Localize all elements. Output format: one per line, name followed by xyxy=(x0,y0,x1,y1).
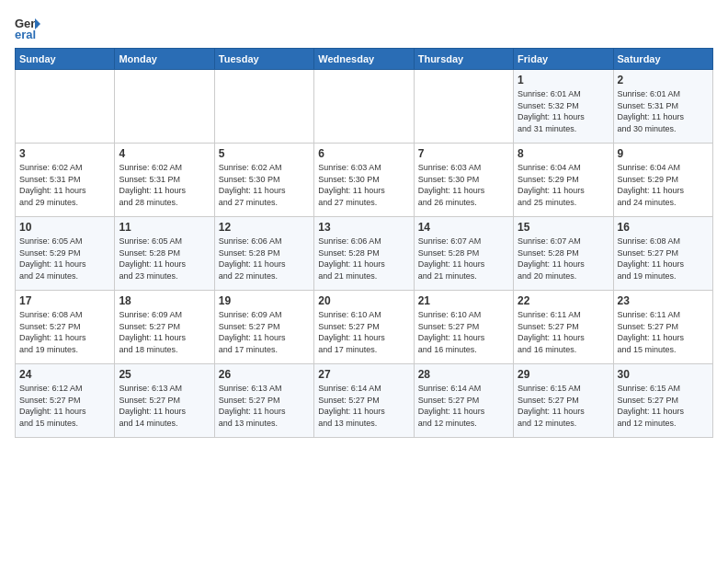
day-info: Sunrise: 6:07 AM Sunset: 5:28 PM Dayligh… xyxy=(518,236,609,282)
calendar-cell: 8Sunrise: 6:04 AM Sunset: 5:29 PM Daylig… xyxy=(514,144,613,217)
day-number: 10 xyxy=(19,221,110,234)
day-number: 22 xyxy=(518,294,609,307)
day-info: Sunrise: 6:13 AM Sunset: 5:27 PM Dayligh… xyxy=(119,383,210,429)
day-info: Sunrise: 6:15 AM Sunset: 5:27 PM Dayligh… xyxy=(618,383,709,429)
day-number: 6 xyxy=(318,147,409,160)
calendar-cell: 4Sunrise: 6:02 AM Sunset: 5:31 PM Daylig… xyxy=(115,144,214,217)
calendar-cell: 7Sunrise: 6:03 AM Sunset: 5:30 PM Daylig… xyxy=(414,144,513,217)
day-number: 16 xyxy=(618,221,709,234)
logo: Gen eral xyxy=(15,15,44,40)
day-number: 7 xyxy=(418,147,509,160)
calendar-cell xyxy=(214,70,313,144)
day-number: 8 xyxy=(518,147,609,160)
calendar-cell: 20Sunrise: 6:10 AM Sunset: 5:27 PM Dayli… xyxy=(314,291,414,364)
calendar-cell: 30Sunrise: 6:15 AM Sunset: 5:27 PM Dayli… xyxy=(613,364,712,438)
day-info: Sunrise: 6:09 AM Sunset: 5:27 PM Dayligh… xyxy=(119,309,210,355)
day-number: 29 xyxy=(518,368,609,381)
day-number: 15 xyxy=(518,221,609,234)
calendar-cell: 15Sunrise: 6:07 AM Sunset: 5:28 PM Dayli… xyxy=(514,217,613,291)
day-info: Sunrise: 6:14 AM Sunset: 5:27 PM Dayligh… xyxy=(418,383,509,429)
day-info: Sunrise: 6:02 AM Sunset: 5:31 PM Dayligh… xyxy=(119,162,210,208)
day-number: 30 xyxy=(618,368,709,381)
day-info: Sunrise: 6:08 AM Sunset: 5:27 PM Dayligh… xyxy=(19,309,110,355)
calendar-cell: 14Sunrise: 6:07 AM Sunset: 5:28 PM Dayli… xyxy=(414,217,513,291)
day-info: Sunrise: 6:10 AM Sunset: 5:27 PM Dayligh… xyxy=(318,309,409,355)
page-header: Gen eral xyxy=(15,15,713,40)
day-header-monday: Monday xyxy=(115,49,214,70)
day-info: Sunrise: 6:05 AM Sunset: 5:28 PM Dayligh… xyxy=(119,236,210,282)
calendar-cell: 24Sunrise: 6:12 AM Sunset: 5:27 PM Dayli… xyxy=(16,364,115,438)
day-header-saturday: Saturday xyxy=(613,49,712,70)
day-header-friday: Friday xyxy=(514,49,613,70)
calendar-cell: 19Sunrise: 6:09 AM Sunset: 5:27 PM Dayli… xyxy=(214,291,313,364)
calendar-cell: 25Sunrise: 6:13 AM Sunset: 5:27 PM Dayli… xyxy=(115,364,214,438)
day-number: 3 xyxy=(19,147,110,160)
calendar-cell: 5Sunrise: 6:02 AM Sunset: 5:30 PM Daylig… xyxy=(214,144,313,217)
calendar-cell: 11Sunrise: 6:05 AM Sunset: 5:28 PM Dayli… xyxy=(115,217,214,291)
day-number: 9 xyxy=(618,147,709,160)
day-info: Sunrise: 6:15 AM Sunset: 5:27 PM Dayligh… xyxy=(518,383,609,429)
day-number: 21 xyxy=(418,294,509,307)
day-number: 5 xyxy=(219,147,310,160)
day-info: Sunrise: 6:14 AM Sunset: 5:27 PM Dayligh… xyxy=(318,383,409,429)
day-number: 18 xyxy=(119,294,210,307)
day-number: 12 xyxy=(219,221,310,234)
day-number: 28 xyxy=(418,368,509,381)
day-number: 14 xyxy=(418,221,509,234)
day-info: Sunrise: 6:04 AM Sunset: 5:29 PM Dayligh… xyxy=(618,162,709,208)
calendar-table: SundayMondayTuesdayWednesdayThursdayFrid… xyxy=(15,48,713,438)
calendar-cell: 3Sunrise: 6:02 AM Sunset: 5:31 PM Daylig… xyxy=(16,144,115,217)
day-number: 25 xyxy=(119,368,210,381)
day-number: 17 xyxy=(19,294,110,307)
calendar-cell: 18Sunrise: 6:09 AM Sunset: 5:27 PM Dayli… xyxy=(115,291,214,364)
days-header-row: SundayMondayTuesdayWednesdayThursdayFrid… xyxy=(16,49,713,70)
calendar-cell: 6Sunrise: 6:03 AM Sunset: 5:30 PM Daylig… xyxy=(314,144,414,217)
svg-text:eral: eral xyxy=(15,28,36,40)
calendar-cell: 16Sunrise: 6:08 AM Sunset: 5:27 PM Dayli… xyxy=(613,217,712,291)
calendar-cell: 1Sunrise: 6:01 AM Sunset: 5:32 PM Daylig… xyxy=(514,70,613,144)
calendar-cell: 21Sunrise: 6:10 AM Sunset: 5:27 PM Dayli… xyxy=(414,291,513,364)
day-info: Sunrise: 6:12 AM Sunset: 5:27 PM Dayligh… xyxy=(19,383,110,429)
day-info: Sunrise: 6:03 AM Sunset: 5:30 PM Dayligh… xyxy=(418,162,509,208)
calendar-cell xyxy=(16,70,115,144)
calendar-cell: 17Sunrise: 6:08 AM Sunset: 5:27 PM Dayli… xyxy=(16,291,115,364)
calendar-cell: 29Sunrise: 6:15 AM Sunset: 5:27 PM Dayli… xyxy=(514,364,613,438)
day-number: 20 xyxy=(318,294,409,307)
day-number: 26 xyxy=(219,368,310,381)
calendar-cell: 27Sunrise: 6:14 AM Sunset: 5:27 PM Dayli… xyxy=(314,364,414,438)
calendar-cell: 10Sunrise: 6:05 AM Sunset: 5:29 PM Dayli… xyxy=(16,217,115,291)
day-number: 2 xyxy=(618,74,709,86)
day-info: Sunrise: 6:02 AM Sunset: 5:31 PM Dayligh… xyxy=(19,162,110,208)
day-number: 11 xyxy=(119,221,210,234)
day-info: Sunrise: 6:13 AM Sunset: 5:27 PM Dayligh… xyxy=(219,383,310,429)
day-info: Sunrise: 6:05 AM Sunset: 5:29 PM Dayligh… xyxy=(19,236,110,282)
calendar-cell: 22Sunrise: 6:11 AM Sunset: 5:27 PM Dayli… xyxy=(514,291,613,364)
day-number: 4 xyxy=(119,147,210,160)
calendar-cell xyxy=(414,70,513,144)
day-info: Sunrise: 6:01 AM Sunset: 5:31 PM Dayligh… xyxy=(618,88,709,134)
day-info: Sunrise: 6:08 AM Sunset: 5:27 PM Dayligh… xyxy=(618,236,709,282)
calendar-week-1: 1Sunrise: 6:01 AM Sunset: 5:32 PM Daylig… xyxy=(16,70,713,144)
calendar-week-4: 17Sunrise: 6:08 AM Sunset: 5:27 PM Dayli… xyxy=(16,291,713,364)
calendar-cell xyxy=(115,70,214,144)
calendar-cell: 26Sunrise: 6:13 AM Sunset: 5:27 PM Dayli… xyxy=(214,364,313,438)
day-info: Sunrise: 6:11 AM Sunset: 5:27 PM Dayligh… xyxy=(618,309,709,355)
logo-icon: Gen eral xyxy=(15,15,40,40)
calendar-week-3: 10Sunrise: 6:05 AM Sunset: 5:29 PM Dayli… xyxy=(16,217,713,291)
calendar-cell: 13Sunrise: 6:06 AM Sunset: 5:28 PM Dayli… xyxy=(314,217,414,291)
day-number: 1 xyxy=(518,74,609,86)
day-info: Sunrise: 6:10 AM Sunset: 5:27 PM Dayligh… xyxy=(418,309,509,355)
calendar-cell: 2Sunrise: 6:01 AM Sunset: 5:31 PM Daylig… xyxy=(613,70,712,144)
calendar-cell: 28Sunrise: 6:14 AM Sunset: 5:27 PM Dayli… xyxy=(414,364,513,438)
calendar-cell: 9Sunrise: 6:04 AM Sunset: 5:29 PM Daylig… xyxy=(613,144,712,217)
day-header-wednesday: Wednesday xyxy=(314,49,414,70)
calendar-cell: 12Sunrise: 6:06 AM Sunset: 5:28 PM Dayli… xyxy=(214,217,313,291)
day-info: Sunrise: 6:04 AM Sunset: 5:29 PM Dayligh… xyxy=(518,162,609,208)
day-info: Sunrise: 6:07 AM Sunset: 5:28 PM Dayligh… xyxy=(418,236,509,282)
calendar-cell: 23Sunrise: 6:11 AM Sunset: 5:27 PM Dayli… xyxy=(613,291,712,364)
calendar-week-5: 24Sunrise: 6:12 AM Sunset: 5:27 PM Dayli… xyxy=(16,364,713,438)
day-number: 13 xyxy=(318,221,409,234)
day-info: Sunrise: 6:09 AM Sunset: 5:27 PM Dayligh… xyxy=(219,309,310,355)
day-info: Sunrise: 6:11 AM Sunset: 5:27 PM Dayligh… xyxy=(518,309,609,355)
day-number: 19 xyxy=(219,294,310,307)
